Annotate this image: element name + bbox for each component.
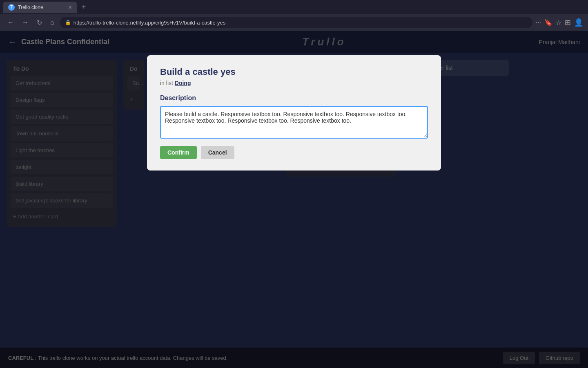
modal-overlay[interactable]: Build a castle yes in list Doing Descrip… (0, 31, 588, 368)
forward-button[interactable]: → (20, 17, 31, 28)
browser-nav-icons: ··· 🔖 ☆ ⊞ 👤 (536, 18, 583, 27)
modal-title: Build a castle yes (160, 67, 428, 77)
confirm-button[interactable]: Confirm (160, 146, 197, 159)
card-modal: Build a castle yes in list Doing Descrip… (147, 55, 441, 171)
tab-bar: T Trello clone × + (0, 0, 588, 14)
nav-bar: ← → ↻ ⌂ 🔒 https://trullo-trello-clone.ne… (0, 14, 588, 31)
new-tab-button[interactable]: + (78, 3, 89, 11)
browser-chrome: T Trello clone × + ← → ↻ ⌂ 🔒 https://tru… (0, 0, 588, 31)
address-bar[interactable]: 🔒 https://trullo-trello-clone.netlify.ap… (60, 17, 532, 28)
modal-list-link[interactable]: Doing (175, 80, 191, 86)
address-url: https://trullo-trello-clone.netlify.app/… (74, 20, 528, 26)
bookmark-icon[interactable]: ☆ (556, 19, 561, 27)
tab-close-button[interactable]: × (69, 4, 72, 11)
extensions-icon[interactable]: ⊞ (565, 18, 571, 27)
description-textarea[interactable]: Please build a castle. Responsive textbo… (160, 106, 428, 139)
modal-actions: Confirm Cancel (160, 146, 428, 159)
cancel-button[interactable]: Cancel (201, 146, 234, 159)
home-button[interactable]: ⌂ (48, 17, 57, 28)
modal-list-ref: in list Doing (160, 80, 428, 86)
modal-list-prefix: in list (160, 80, 173, 86)
refresh-button[interactable]: ↻ (34, 17, 45, 28)
lock-icon: 🔒 (65, 20, 71, 25)
tab-favicon: T (8, 4, 15, 11)
description-label: Description (160, 94, 428, 102)
more-options-icon[interactable]: ··· (536, 19, 541, 26)
tab-title: Trello clone (18, 4, 65, 10)
app: ← Castle Plans Confidential Trullo Pranj… (0, 31, 588, 368)
active-tab[interactable]: T Trello clone × (3, 2, 77, 13)
pocket-icon[interactable]: 🔖 (544, 19, 552, 27)
back-button[interactable]: ← (5, 17, 16, 28)
profile-icon[interactable]: 👤 (574, 18, 583, 27)
